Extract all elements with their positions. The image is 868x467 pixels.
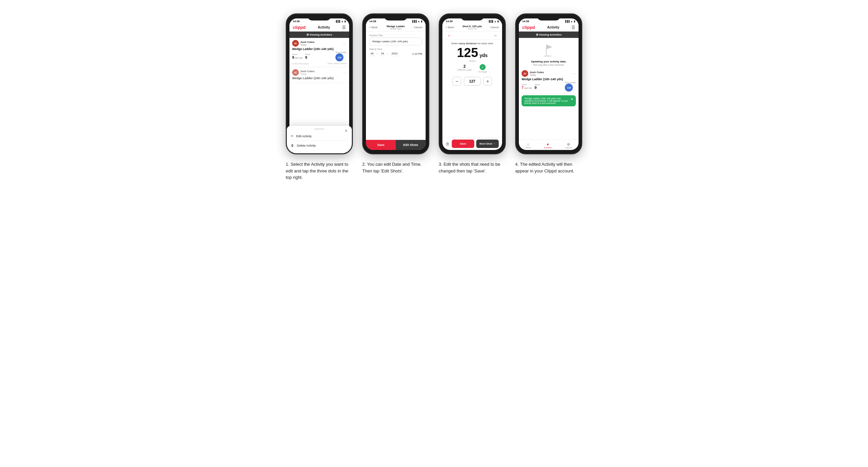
date-time[interactable]: 1:13 PM <box>412 52 422 55</box>
menu-icon-4[interactable]: ☰ <box>571 25 575 30</box>
viewing-bar-4: ⊞ Viewing Activities <box>519 32 579 38</box>
status-time-3: 14:39 <box>446 20 453 23</box>
status-icons-4: ▐▐▐ ▲ ▮ <box>564 20 575 23</box>
user-date-1: Today <box>300 43 315 46</box>
date-year[interactable]: 2023 <box>390 51 399 56</box>
phone-2-frame: 14:38 ▐▐▐ ▲ ▮ < Back Wedge Ladder 06 Mar… <box>362 13 429 154</box>
save-button-3[interactable]: Save <box>452 139 474 148</box>
sheet-edit-item[interactable]: ✏ Edit Activity <box>291 132 348 140</box>
p2-footer: Save Edit Shots <box>366 139 426 150</box>
nav-capture[interactable]: ⊕ Capture <box>565 142 572 149</box>
prev-shot-arrow[interactable]: ← <box>447 33 452 38</box>
shots-val-1: 9 <box>305 55 310 59</box>
menu-icon-1[interactable]: ☰ <box>342 25 346 30</box>
user-info-1: JC Josh Coles Today <box>292 40 315 46</box>
phone-3-column: 14:39 ▐▐▐ ▲ ▮ < Back Shot 6, 125 yds Sco… <box>439 13 506 154</box>
wifi-icon: ▲ <box>341 20 343 23</box>
nav-activities[interactable]: ♦ Activities <box>544 142 552 149</box>
score-val-1: 9 <box>292 55 294 59</box>
card-header-2: JC Josh Coles Today ··· <box>292 69 346 76</box>
activity-card-4: JC Josh Coles Today ··· Wedge Ladder (10… <box>519 68 579 94</box>
next-shot-arrow[interactable]: → <box>493 33 497 38</box>
user-name-4: Josh Coles <box>530 71 544 74</box>
wifi-icon-3: ▲ <box>494 20 496 23</box>
avatar-1: JC <box>292 40 299 46</box>
card-title-4: Wedge Ladder (100–140 yds) <box>522 77 576 81</box>
shots-val-4: 9 <box>535 86 540 90</box>
phone-1-notch <box>308 14 331 21</box>
p2-nav-title: Wedge Ladder <box>386 25 405 28</box>
activity-card-1: JC Josh Coles Today ··· Wedge Ladder (10… <box>289 38 349 67</box>
p2-nav: < Back Wedge Ladder 06 Mar 2023 Cancel <box>366 24 426 32</box>
input-row-3: − 127 + <box>446 77 499 86</box>
card-header-4: JC Josh Coles Today ··· <box>522 70 576 77</box>
toast-text: 'Wedge Ladder (100–140 yds)' was updated… <box>524 97 569 104</box>
nav-activities-label: Activities <box>544 147 552 149</box>
difference-label: Difference (yds) <box>458 69 471 71</box>
p2-nav-sub: 06 Mar 2023 <box>386 28 405 30</box>
increment-button[interactable]: + <box>483 77 492 86</box>
phone-4-screen: 14:38 ▐▐▐ ▲ ▮ clippd Activity ☰ ⊞ Viewin… <box>519 19 579 150</box>
battery-icon: ▮ <box>344 20 346 23</box>
hit-target-label: Hit Target <box>478 71 487 73</box>
phone-4-column: 14:38 ▐▐▐ ▲ ▮ clippd Activity ☰ ⊞ Viewin… <box>515 13 582 154</box>
caption-1: 1. Select the Activity you want to edit … <box>286 161 353 181</box>
p3-body: Enter carry distance for each shot 125 y… <box>442 40 502 137</box>
nav-home[interactable]: ⌂ Home <box>525 142 531 149</box>
phone-4-frame: 14:38 ▐▐▐ ▲ ▮ clippd Activity ☰ ⊞ Viewin… <box>515 13 582 154</box>
p2-cancel-btn[interactable]: Cancel <box>414 26 422 29</box>
footer-info-1: ① Test Information <box>292 62 309 65</box>
sq-badge-4: 118 <box>565 84 573 92</box>
sq-label-1: Shot Quality <box>335 51 346 53</box>
toast-close-btn[interactable]: ✕ <box>570 97 573 101</box>
edit-label: Edit Activity <box>296 134 312 138</box>
app-header-1: clippd Activity ☰ <box>289 24 349 32</box>
viewing-bar-label-4: ⊞ Viewing Activities <box>536 33 562 36</box>
p3-back-btn[interactable]: < Back <box>446 26 454 29</box>
hit-target-stat: ✓ Hit Target <box>478 64 487 73</box>
next-shot-button[interactable]: Next Shot → <box>476 139 499 148</box>
decrement-button[interactable]: − <box>453 77 461 86</box>
shot-input[interactable]: 127 <box>464 77 480 86</box>
save-button-2[interactable]: Save <box>366 140 396 150</box>
sheet-close-1[interactable]: ✕ <box>344 128 348 133</box>
p3-nav-sub: Score 7/9 <box>463 28 482 30</box>
golf-icon-area: Updating your activity data. This may ta… <box>519 38 579 68</box>
phone-2-screen: 14:38 ▐▐▐ ▲ ▮ < Back Wedge Ladder 06 Mar… <box>366 19 426 150</box>
app-header-4: clippd Activity ☰ <box>519 24 579 32</box>
hit-target-icon: ✓ <box>479 64 486 70</box>
signal-icon: ▐▐▐ <box>335 20 340 23</box>
caption-3: 3. Edit the shots that need to be change… <box>439 161 506 181</box>
status-icons-2: ▐▐▐ ▲ ▮ <box>411 20 422 23</box>
trash-icon[interactable]: 🗑 <box>446 142 450 146</box>
p3-cancel-btn[interactable]: Cancel <box>490 26 499 29</box>
signal-icon-3: ▐▐▐ <box>488 20 493 23</box>
three-dots-2[interactable]: ··· <box>343 71 346 74</box>
three-dots-4[interactable]: ··· <box>572 72 576 75</box>
edit-shots-button[interactable]: Edit Shots <box>396 140 426 150</box>
p2-nav-center: Wedge Ladder 06 Mar 2023 <box>386 25 405 30</box>
next-shot-label: Next Shot → <box>479 142 496 145</box>
stats-row-3: 2 Difference (yds) ✓ Hit Target <box>458 64 487 73</box>
carry-text: Enter carry distance for each shot <box>452 42 493 45</box>
three-dots-1[interactable]: ··· <box>343 41 346 45</box>
date-month[interactable]: 03 <box>380 51 385 56</box>
card-stats-4: Score 7 OUT OF Shots 9 Shot Quality <box>522 82 576 92</box>
bottom-sheet-1: ✕ ✏ Edit Activity 🗑 Delete Activity <box>289 126 349 150</box>
p3-nav-title: Shot 6, 125 yds <box>463 25 482 28</box>
bottom-nav-4: ⌂ Home ♦ Activities ⊕ Capture <box>519 139 579 150</box>
practice-input[interactable]: Wedge Ladder (100–140 yds) <box>369 38 422 45</box>
app-logo-1: clippd <box>293 25 306 30</box>
user-date-2: Today <box>300 73 315 75</box>
big-distance: 125 yds <box>457 46 488 59</box>
viewing-bar-1: ⊞ Viewing Activities <box>289 32 349 38</box>
score-out-4: OUT OF <box>524 87 532 89</box>
nav-capture-label: Capture <box>565 147 572 149</box>
p2-back-btn[interactable]: < Back <box>369 26 378 29</box>
practice-label: Practice Title <box>369 34 422 37</box>
date-day[interactable]: 06 <box>369 51 375 56</box>
sheet-delete-item[interactable]: 🗑 Delete Activity <box>291 142 348 149</box>
home-icon: ⌂ <box>525 142 531 147</box>
caption-4: 4. The edited Activity will then appear … <box>515 161 582 181</box>
card-header-1: JC Josh Coles Today ··· <box>292 40 346 46</box>
